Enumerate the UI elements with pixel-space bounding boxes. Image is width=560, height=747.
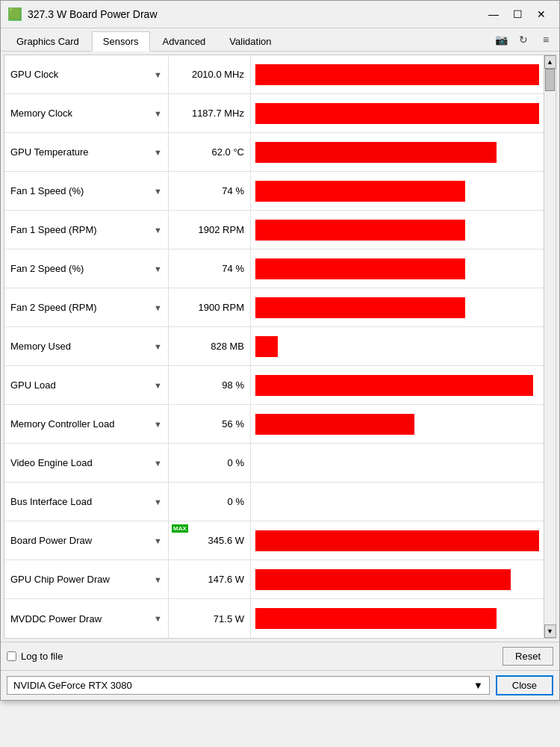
- sensor-value-text: 147.6 W: [208, 574, 244, 585]
- sensor-row: GPU Temperature ▼ 62.0 °C: [4, 133, 544, 172]
- sensor-bar-noise: [255, 414, 414, 435]
- sensor-value-text: 74 %: [222, 185, 244, 196]
- sensor-row: Fan 2 Speed (RPM) ▼ 1900 RPM: [4, 288, 544, 327]
- minimize-button[interactable]: —: [483, 5, 504, 23]
- sensor-name-text: Memory Used: [10, 341, 71, 352]
- sensor-bar-bg: [255, 608, 539, 629]
- sensor-value-text: 0 %: [228, 457, 244, 468]
- sensor-row: Memory Controller Load ▼ 56 %: [4, 405, 544, 444]
- sensor-bar-bg: [255, 453, 539, 474]
- sensor-bar-bg: [255, 258, 539, 279]
- sensor-dropdown-arrow[interactable]: ▼: [154, 381, 162, 390]
- tab-graphics-card[interactable]: Graphics Card: [5, 31, 90, 51]
- sensor-bar-fill: [255, 64, 539, 85]
- sensor-dropdown-arrow[interactable]: ▼: [154, 264, 162, 273]
- sensor-value-text: 56 %: [222, 418, 244, 430]
- gpu-selector-arrow: ▼: [473, 680, 483, 691]
- sensor-value-text: 71.5 W: [214, 613, 244, 624]
- sensor-name-text: Bus Interface Load: [10, 496, 92, 507]
- log-to-file-text: Log to file: [21, 651, 63, 662]
- sensor-name-text: GPU Temperature: [10, 146, 89, 158]
- sensor-dropdown-arrow[interactable]: ▼: [154, 109, 162, 118]
- sensor-name-cell: Board Power Draw ▼: [4, 521, 169, 560]
- sensor-bar-bg: [255, 530, 539, 551]
- sensor-dropdown-arrow[interactable]: ▼: [154, 70, 162, 79]
- sensor-value-cell: 74 %: [169, 249, 251, 288]
- sensor-name-cell: GPU Chip Power Draw ▼: [4, 560, 169, 598]
- sensor-value-cell: MAX345.6 W: [169, 521, 251, 560]
- scroll-up-button[interactable]: ▲: [544, 55, 556, 69]
- sensor-bar-container: [251, 211, 544, 249]
- reset-button[interactable]: Reset: [503, 647, 553, 666]
- sensor-dropdown-arrow[interactable]: ▼: [154, 342, 162, 351]
- scroll-down-button[interactable]: ▼: [544, 624, 556, 638]
- sensor-name-cell: Fan 1 Speed (%) ▼: [4, 172, 169, 210]
- sensor-row: GPU Clock ▼ 2010.0 MHz: [4, 55, 544, 94]
- scroll-track[interactable]: [544, 69, 556, 624]
- sensor-bar-fill: [255, 297, 465, 318]
- sensor-row: Fan 1 Speed (RPM) ▼ 1902 RPM: [4, 211, 544, 249]
- screenshot-button[interactable]: 📷: [492, 31, 510, 48]
- refresh-button[interactable]: ↻: [514, 31, 532, 48]
- sensor-name-cell: GPU Temperature ▼: [4, 133, 169, 171]
- sensor-dropdown-arrow[interactable]: ▼: [154, 226, 162, 235]
- sensor-dropdown-arrow[interactable]: ▼: [154, 420, 162, 429]
- sensor-dropdown-arrow[interactable]: ▼: [154, 303, 162, 312]
- tab-actions: 📷 ↻ ≡: [492, 31, 555, 51]
- sensor-value-text: 62.0 °C: [211, 146, 244, 158]
- sensor-dropdown-arrow[interactable]: ▼: [154, 575, 162, 584]
- log-to-file-label[interactable]: Log to file: [7, 651, 63, 662]
- title-bar: 🟩 327.3 W Board Power Draw — ☐ ✕: [1, 1, 559, 28]
- sensor-dropdown-arrow[interactable]: ▼: [154, 498, 162, 506]
- sensor-list: GPU Clock ▼ 2010.0 MHz Memory Clock ▼ 11…: [4, 55, 544, 638]
- sensor-bar-bg: [255, 492, 539, 512]
- sensor-bar-fill: [255, 258, 465, 279]
- app-icon: 🟩: [8, 7, 22, 21]
- log-to-file-checkbox[interactable]: [7, 651, 16, 661]
- sensor-row: Board Power Draw ▼ MAX345.6 W: [4, 521, 544, 560]
- gpu-selector[interactable]: NVIDIA GeForce RTX 3080 ▼: [7, 676, 490, 695]
- tab-sensors[interactable]: Sensors: [92, 31, 150, 52]
- sensor-dropdown-arrow[interactable]: ▼: [154, 459, 162, 468]
- footer-bar: NVIDIA GeForce RTX 3080 ▼ Close: [1, 670, 559, 700]
- sensor-bar-fill: [255, 569, 511, 590]
- tab-bar: Graphics Card Sensors Advanced Validatio…: [1, 28, 559, 52]
- sensor-dropdown-arrow[interactable]: ▼: [154, 614, 162, 623]
- sensor-name-cell: Fan 2 Speed (RPM) ▼: [4, 288, 169, 326]
- sensor-bar-fill: [255, 103, 539, 124]
- menu-button[interactable]: ≡: [537, 31, 555, 48]
- sensor-name-text: Fan 1 Speed (RPM): [10, 224, 97, 235]
- sensor-dropdown-arrow[interactable]: ▼: [154, 187, 162, 196]
- sensor-name-cell: Video Engine Load ▼: [4, 444, 169, 482]
- sensor-row: Bus Interface Load ▼ 0 %: [4, 483, 544, 521]
- sensor-name-cell: Memory Controller Load ▼: [4, 405, 169, 443]
- maximize-button[interactable]: ☐: [507, 5, 528, 23]
- sensor-value-cell: 0 %: [169, 444, 251, 482]
- sensor-value-cell: 71.5 W: [169, 599, 251, 638]
- sensor-value-cell: 98 %: [169, 366, 251, 404]
- content-area: GPU Clock ▼ 2010.0 MHz Memory Clock ▼ 11…: [4, 55, 556, 639]
- sensor-bar-bg: [255, 297, 539, 318]
- sensor-dropdown-arrow[interactable]: ▼: [154, 148, 162, 157]
- sensor-bar-container: [251, 94, 544, 132]
- close-button[interactable]: Close: [496, 675, 553, 695]
- sensor-row: MVDDC Power Draw ▼ 71.5 W: [4, 599, 544, 638]
- sensor-row: Memory Used ▼ 828 MB: [4, 327, 544, 366]
- sensor-bar-fill: [255, 414, 414, 435]
- sensor-bar-fill: [255, 181, 465, 202]
- scrollbar[interactable]: ▲ ▼: [544, 55, 556, 638]
- tab-validation[interactable]: Validation: [218, 31, 282, 51]
- close-window-button[interactable]: ✕: [531, 5, 552, 23]
- sensor-value-text: 1900 RPM: [199, 302, 244, 313]
- sensor-bar-fill: [255, 336, 278, 357]
- sensor-row: GPU Load ▼ 98 %: [4, 366, 544, 405]
- sensor-dropdown-arrow[interactable]: ▼: [154, 536, 162, 545]
- tab-advanced[interactable]: Advanced: [152, 31, 217, 51]
- sensor-bar-fill: [255, 608, 497, 629]
- sensor-name-cell: Memory Used ▼: [4, 327, 169, 365]
- sensor-name-text: Video Engine Load: [10, 457, 93, 468]
- scroll-thumb[interactable]: [545, 69, 555, 91]
- sensor-bar-bg: [255, 569, 539, 590]
- sensor-bar-container: [251, 521, 544, 560]
- sensor-name-cell: Fan 1 Speed (RPM) ▼: [4, 211, 169, 249]
